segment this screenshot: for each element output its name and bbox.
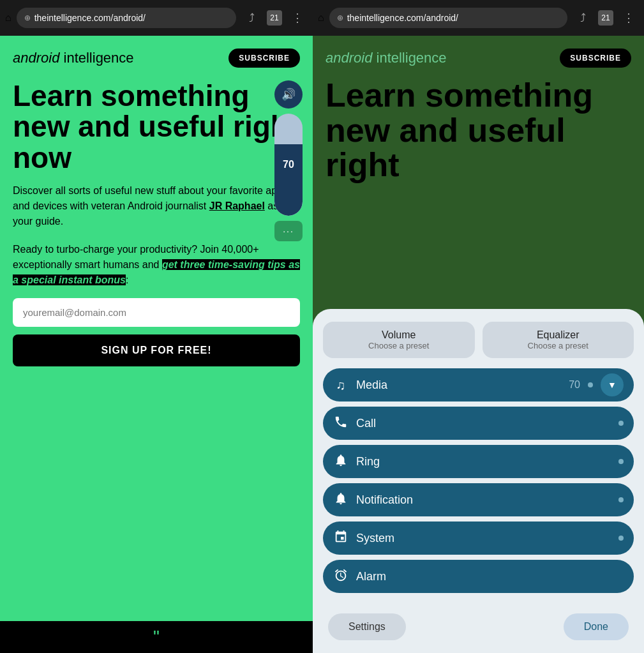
secure-icon: ⊕ — [24, 13, 31, 22]
home-icon: ⌂ — [5, 12, 11, 24]
system-label: System — [356, 532, 611, 545]
left-site-header: android intelligence SUBSCRIBE — [13, 49, 300, 68]
hero-title-left: Learn something new and useful right now — [13, 80, 300, 173]
volume-item-ring[interactable]: Ring — [323, 445, 634, 478]
logo-android-right: android — [326, 50, 372, 66]
author-name: JR Raphael — [209, 200, 265, 211]
more-menu-btn[interactable]: ⋮ — [287, 8, 308, 28]
cta-text: Ready to turbo-charge your productivity?… — [13, 242, 300, 288]
author-link[interactable]: JR Raphael — [209, 200, 265, 211]
hero-title-right: Learn something new and useful right — [313, 78, 644, 183]
logo-android-left: android — [13, 50, 59, 66]
right-home-btn[interactable]: ⌂ — [318, 12, 324, 24]
right-url-text: theintelligence.com/android/ — [347, 13, 458, 23]
signup-btn[interactable]: SIGN UP FOR FREE! — [13, 334, 300, 366]
right-site-header: android intelligence SUBSCRIBE — [313, 36, 644, 78]
preset-volume-subtitle: Choose a preset — [333, 341, 465, 350]
right-tab-count[interactable]: 21 — [598, 10, 613, 26]
right-page-content: android intelligence SUBSCRIBE Learn som… — [313, 36, 644, 653]
tab-count[interactable]: 21 — [267, 10, 282, 26]
media-expand-btn[interactable]: ▼ — [601, 373, 624, 396]
volume-preset-btn[interactable]: Volume Choose a preset — [323, 322, 475, 358]
volume-item-call[interactable]: Call — [323, 407, 634, 440]
equalizer-preset-btn[interactable]: Equalizer Choose a preset — [483, 322, 634, 358]
right-url-bar[interactable]: ⊕ theintelligence.com/android/ — [329, 8, 567, 28]
email-input[interactable] — [13, 298, 300, 327]
volume-items-list: ♫ Media 70 ▼ Call — [323, 368, 634, 593]
volume-panel: Volume Choose a preset Equalizer Choose … — [313, 309, 644, 653]
site-logo-right: android intelligence — [326, 50, 447, 66]
notification-dot — [618, 497, 624, 502]
call-label: Call — [356, 417, 611, 430]
preset-row: Volume Choose a preset Equalizer Choose … — [323, 322, 634, 358]
subscribe-btn-left[interactable]: SUBSCRIBE — [228, 49, 300, 68]
left-home-btn[interactable]: ⌂ — [5, 12, 11, 24]
volume-slider-track[interactable]: 70 — [274, 114, 303, 216]
right-home-icon: ⌂ — [318, 12, 324, 24]
volume-item-notification[interactable]: Notification — [323, 483, 634, 516]
more-options-btn[interactable]: ··· — [274, 221, 303, 241]
volume-slider-fill — [274, 144, 303, 216]
left-url-bar[interactable]: ⊕ theintelligence.com/android/ — [17, 8, 236, 28]
volume-icon: 🔊 — [281, 87, 296, 101]
ring-icon — [333, 453, 348, 470]
share-btn[interactable]: ⤴ — [241, 8, 262, 28]
cta-end: : — [126, 274, 128, 285]
settings-btn[interactable]: Settings — [328, 613, 406, 640]
media-icon: ♫ — [333, 378, 348, 393]
volume-item-system[interactable]: System — [323, 522, 634, 555]
volume-number: 70 — [283, 159, 294, 170]
right-more-menu-btn[interactable]: ⋮ — [618, 8, 639, 28]
volume-item-media[interactable]: ♫ Media 70 ▼ — [323, 368, 634, 402]
logo-intelligence-left: intelligence — [59, 50, 133, 66]
left-panel: ⌂ ⊕ theintelligence.com/android/ ⤴ 21 ⋮ … — [0, 0, 313, 653]
panel-footer: Settings Done — [323, 603, 634, 653]
more-dots: ··· — [283, 226, 294, 236]
media-value: 70 — [569, 379, 580, 391]
right-share-btn[interactable]: ⤴ — [573, 8, 593, 28]
call-icon — [333, 415, 348, 432]
subscribe-btn-right[interactable]: SUBSCRIBE — [560, 49, 631, 68]
hero-description: Discover all sorts of useful new stuff a… — [13, 183, 300, 229]
volume-icon-btn[interactable]: 🔊 — [274, 80, 303, 109]
right-secure-icon: ⊕ — [337, 13, 343, 22]
right-browser-actions: ⤴ 21 ⋮ — [573, 8, 639, 28]
quote-icon: " — [153, 627, 160, 647]
logo-intelligence-right: intelligence — [372, 50, 446, 66]
volume-item-alarm[interactable]: Alarm — [323, 560, 634, 593]
volume-overlay: 🔊 70 ··· — [274, 80, 303, 241]
media-label: Media — [356, 379, 561, 392]
alarm-icon — [333, 568, 348, 585]
left-browser-bar: ⌂ ⊕ theintelligence.com/android/ ⤴ 21 ⋮ — [0, 0, 313, 36]
left-page-footer: " — [0, 621, 313, 653]
system-icon — [333, 530, 348, 547]
right-panel: ⌂ ⊕ theintelligence.com/android/ ⤴ 21 ⋮ … — [313, 0, 644, 653]
system-dot — [618, 536, 624, 541]
notification-icon — [333, 492, 348, 509]
site-logo-left: android intelligence — [13, 50, 134, 66]
ring-label: Ring — [356, 455, 611, 469]
left-url-text: theintelligence.com/android/ — [34, 13, 146, 23]
notification-label: Notification — [356, 493, 611, 507]
media-dot — [588, 382, 593, 387]
left-browser-actions: ⤴ 21 ⋮ — [241, 8, 308, 28]
ring-dot — [618, 459, 624, 464]
alarm-label: Alarm — [356, 570, 624, 583]
preset-volume-title: Volume — [333, 329, 465, 341]
left-page-content: android intelligence SUBSCRIBE Learn som… — [0, 36, 313, 621]
preset-eq-title: Equalizer — [493, 329, 624, 341]
done-btn[interactable]: Done — [564, 613, 629, 640]
preset-eq-subtitle: Choose a preset — [493, 341, 624, 350]
right-browser-bar: ⌂ ⊕ theintelligence.com/android/ ⤴ 21 ⋮ — [313, 0, 644, 36]
call-dot — [618, 421, 624, 426]
